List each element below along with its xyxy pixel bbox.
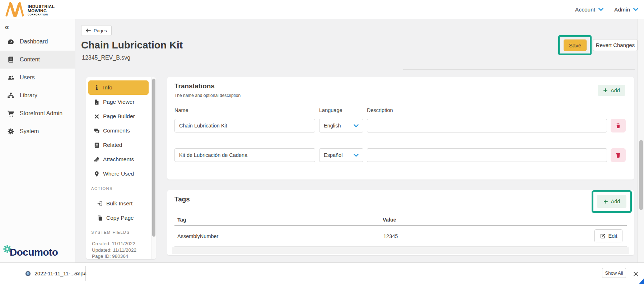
dashboard-icon [7, 38, 14, 45]
company-name-line1: INDUSTRIAL [28, 4, 55, 9]
tags-table-footer [172, 247, 629, 254]
topbar-menus: Account Admin [571, 0, 642, 19]
page-nav-label: Info [103, 84, 112, 91]
name-column-label: Name [174, 107, 188, 113]
action-label: Bulk Insert [106, 200, 132, 207]
add-tag-label: Add [611, 199, 620, 204]
map-marker-icon [94, 171, 100, 177]
translation-description-input[interactable] [367, 119, 607, 132]
sidebar-item-label: Content [20, 56, 40, 63]
users-icon [7, 74, 14, 81]
comments-icon [94, 128, 100, 134]
page-nav-item-page-viewer[interactable]: Page Viewer [88, 95, 149, 109]
tags-header-divider [174, 225, 627, 226]
translation-name-input[interactable] [174, 119, 315, 132]
system-field-page-id: Page ID: 980364 [92, 253, 136, 259]
sidebar-item-library[interactable]: Library [0, 87, 75, 104]
page-nav-item-where-used[interactable]: Where Used [88, 167, 149, 181]
close-download-bar-icon[interactable] [633, 271, 638, 276]
sidebar-item-label: Users [20, 74, 35, 81]
plus-icon [603, 88, 608, 93]
documoto-wordmark: Documoto [10, 247, 58, 258]
tag-column-header: Tag [177, 217, 186, 223]
arrow-left-icon [86, 28, 91, 33]
page-nav-scrollbar[interactable] [151, 77, 156, 259]
page-nav-item-attachments[interactable]: Attachments [88, 152, 149, 167]
sidebar-collapse-button[interactable]: « [5, 23, 9, 31]
sidebar-item-users[interactable]: Users [0, 69, 75, 87]
page-nav-item-related[interactable]: Related [88, 138, 149, 152]
save-button[interactable]: Save [564, 39, 587, 51]
page-nav-label: Attachments [103, 156, 134, 163]
content-icon [7, 56, 14, 63]
actions-section-label: ACTIONS [91, 186, 113, 191]
chevron-down-icon [598, 8, 603, 11]
language-select-value: English [324, 123, 341, 129]
gear-icon [7, 128, 14, 135]
admin-menu[interactable]: Admin [611, 4, 642, 15]
page-nav-label: Page Builder [103, 113, 135, 120]
account-menu[interactable]: Account [571, 4, 607, 15]
show-all-downloads-button[interactable]: Show All [602, 268, 626, 278]
tags-title: Tags [174, 195, 190, 203]
tags-section: Tags Add Tag Value AssemblyNumber 12345 … [167, 190, 634, 255]
language-select[interactable]: Español [319, 148, 363, 162]
system-fields: Created: 11/11/2022 Updated: 11/11/2022 … [92, 241, 136, 259]
sidebar-item-label: Storefront Admin [20, 110, 62, 117]
screen: INDUSTRIAL MOWING CORPORATION Account Ad… [0, 0, 644, 284]
add-tag-button[interactable]: Add [597, 195, 626, 208]
page-nav-item-page-builder[interactable]: Page Builder [88, 109, 149, 124]
delete-translation-button[interactable] [611, 148, 626, 162]
sidebar-item-storefront-admin[interactable]: Storefront Admin [0, 104, 75, 122]
delete-translation-button[interactable] [611, 119, 626, 132]
translation-description-input[interactable] [367, 148, 607, 162]
page-nav-item-comments[interactable]: Comments [88, 124, 149, 138]
tag-value-cell: 12345 [383, 233, 398, 239]
cart-icon [7, 110, 14, 117]
edit-tag-button[interactable]: Edit [594, 229, 622, 242]
bulk-insert-action[interactable]: Bulk Insert [88, 197, 149, 210]
page-nav-label: Where Used [103, 171, 134, 177]
sidebar-item-label: System [20, 128, 39, 135]
page-scrollbar[interactable] [638, 19, 644, 262]
copy-page-action[interactable]: Copy Page [88, 211, 149, 224]
trash-icon [615, 123, 621, 129]
download-options-chevron-up-icon[interactable] [74, 272, 78, 275]
back-to-pages-label: Pages [94, 28, 107, 33]
translations-title: Translations [174, 82, 215, 90]
language-column-label: Language [319, 107, 342, 113]
trash-icon [615, 152, 621, 158]
tools-icon [94, 113, 100, 120]
company-name-line3: CORPORATION [28, 13, 55, 16]
library-icon [7, 92, 14, 99]
language-select[interactable]: English [319, 119, 363, 132]
company-logo: INDUSTRIAL MOWING CORPORATION [5, 2, 55, 17]
page-nav-item-info[interactable]: i Info [88, 80, 149, 95]
plus-icon [603, 199, 608, 204]
page-scrollbar-thumb[interactable] [639, 140, 643, 210]
add-translation-button[interactable]: Add [598, 85, 625, 96]
sidebar-item-label: Dashboard [20, 38, 48, 45]
page-nav: i Info Page Viewer Page Builder Comments… [86, 77, 156, 259]
translation-name-input[interactable] [174, 148, 315, 162]
page-title: Chain Lubrication Kit [81, 39, 183, 51]
translations-subtitle: The name and optional description [174, 93, 241, 98]
info-icon: i [94, 85, 100, 91]
cursor-artifact [639, 278, 644, 284]
download-bar: 2022-11-11_11-....mp4 Show All [0, 262, 644, 284]
system-field-updated: Updated: 11/11/2022 [92, 247, 136, 253]
company-name: INDUSTRIAL MOWING CORPORATION [28, 4, 55, 16]
sidebar-item-dashboard[interactable]: Dashboard [0, 33, 75, 51]
download-filename[interactable]: 2022-11-11_11-....mp4 [34, 271, 86, 276]
chevron-down-icon [354, 124, 359, 127]
sidebar: « Dashboard Content Users Library Storef… [0, 19, 75, 262]
sidebar-item-content[interactable]: Content [0, 51, 75, 69]
sidebar-item-system[interactable]: System [0, 122, 75, 140]
page-nav-label: Related [103, 142, 122, 148]
tag-row-divider [174, 246, 627, 247]
page-nav-label: Comments [103, 127, 130, 134]
back-to-pages-button[interactable]: Pages [81, 25, 112, 36]
page-filename: 12345_REV_B.svg [82, 55, 130, 61]
page-nav-scrollbar-thumb[interactable] [152, 79, 155, 237]
revert-changes-button[interactable]: Revert Changes [593, 39, 638, 51]
